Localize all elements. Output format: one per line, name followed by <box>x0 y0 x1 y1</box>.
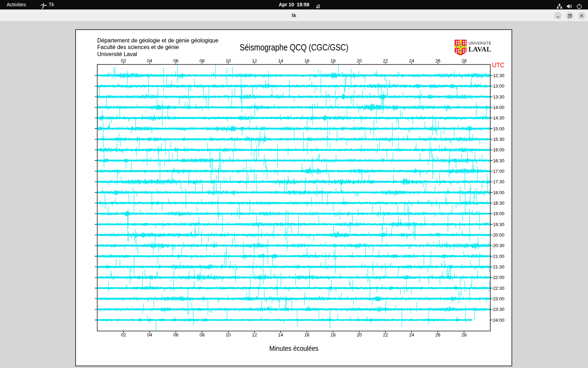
svg-text:18:00: 18:00 <box>493 190 504 195</box>
svg-text:LAVAL: LAVAL <box>468 46 491 53</box>
svg-text:18: 18 <box>330 332 335 338</box>
svg-text:19:30: 19:30 <box>493 222 504 227</box>
svg-text:26: 26 <box>435 332 440 338</box>
svg-text:Minutes écoulées: Minutes écoulées <box>270 345 318 352</box>
svg-text:22:30: 22:30 <box>493 286 504 291</box>
svg-text:UNIVERSITÉ: UNIVERSITÉ <box>469 41 491 45</box>
svg-text:13:30: 13:30 <box>493 94 504 100</box>
svg-text:21:30: 21:30 <box>493 264 504 270</box>
svg-text:16:30: 16:30 <box>493 158 504 163</box>
svg-text:Séismographe QCQ (CGC/GSC): Séismographe QCQ (CGC/GSC) <box>240 42 349 52</box>
svg-text:16: 16 <box>304 332 309 338</box>
svg-text:14:00: 14:00 <box>493 105 504 110</box>
svg-text:15:30: 15:30 <box>493 137 504 142</box>
svg-text:02: 02 <box>121 332 126 338</box>
svg-text:06: 06 <box>173 332 178 338</box>
svg-text:28: 28 <box>462 332 467 338</box>
svg-text:Université Laval: Université Laval <box>97 51 137 57</box>
svg-text:UTC: UTC <box>492 62 504 69</box>
svg-text:20: 20 <box>357 332 362 338</box>
svg-text:23:00: 23:00 <box>493 296 504 301</box>
svg-text:23:30: 23:30 <box>493 307 504 312</box>
svg-text:24: 24 <box>409 332 414 338</box>
svg-text:08: 08 <box>200 332 204 338</box>
svg-text:17:30: 17:30 <box>493 179 504 184</box>
svg-text:20:30: 20:30 <box>493 243 504 248</box>
svg-text:22: 22 <box>383 332 388 338</box>
svg-text:24:00: 24:00 <box>493 318 504 323</box>
svg-text:13:00: 13:00 <box>493 83 504 89</box>
svg-text:20:00: 20:00 <box>493 232 504 238</box>
svg-text:18:30: 18:30 <box>493 200 504 206</box>
svg-text:14:30: 14:30 <box>493 115 504 121</box>
svg-text:17:00: 17:00 <box>493 169 504 174</box>
svg-text:12:30: 12:30 <box>493 73 504 78</box>
svg-text:10: 10 <box>226 332 231 338</box>
svg-text:14: 14 <box>278 332 283 338</box>
svg-text:22:00: 22:00 <box>493 275 504 280</box>
svg-text:Département de géologie et de: Département de géologie et de génie géol… <box>97 38 218 43</box>
svg-text:12: 12 <box>252 332 257 338</box>
svg-text:Faculté des sciences et de gén: Faculté des sciences et de génie <box>97 44 179 50</box>
svg-text:15:00: 15:00 <box>493 126 504 131</box>
svg-text:19:00: 19:00 <box>493 211 504 216</box>
svg-text:16:00: 16:00 <box>493 147 504 152</box>
svg-text:04: 04 <box>147 332 152 338</box>
svg-text:21:00: 21:00 <box>493 254 504 259</box>
